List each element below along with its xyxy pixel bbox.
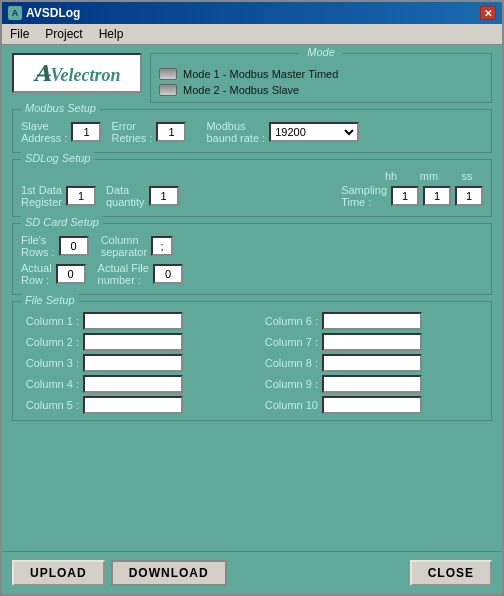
window-title: AVSDLog — [26, 6, 80, 20]
column4-input[interactable] — [83, 375, 183, 393]
files-rows-label: File'sRows : — [21, 234, 55, 258]
baud-rate-select[interactable]: 9600 19200 38400 57600 115200 — [269, 122, 359, 142]
file-setup-label: File Setup — [21, 294, 79, 306]
mode-section-label: Mode — [299, 46, 343, 58]
column8-label: Column 8 : — [260, 357, 318, 369]
baud-rate-label: Modbusbaund rate : — [206, 120, 265, 144]
mode-options: Mode 1 - Modbus Master Timed Mode 2 - Mo… — [159, 68, 338, 96]
mode1-indicator — [159, 68, 177, 80]
column2-label: Column 2 : — [21, 336, 79, 348]
column10-row: Column 10 — [260, 396, 483, 414]
actual-file-number-input[interactable] — [153, 264, 183, 284]
mode1-row: Mode 1 - Modbus Master Timed — [159, 68, 338, 80]
column3-input[interactable] — [83, 354, 183, 372]
column3-row: Column 3 : — [21, 354, 244, 372]
file-columns-grid: Column 1 : Column 6 : Column 2 : Column … — [21, 312, 483, 414]
files-rows-input[interactable] — [59, 236, 89, 256]
sampling-hh-input[interactable] — [391, 186, 419, 206]
modbus-setup-label: Modbus Setup — [21, 102, 100, 114]
sd-card-setup-section: SD Card Setup File'sRows : Columnseparat… — [12, 223, 492, 295]
column5-row: Column 5 : — [21, 396, 244, 414]
column5-input[interactable] — [83, 396, 183, 414]
error-retries-group: ErrorRetries : — [111, 120, 186, 144]
window-icon: A — [8, 6, 22, 20]
modbus-setup-section: Modbus Setup SlaveAddress : ErrorRetries… — [12, 109, 492, 153]
column6-input[interactable] — [322, 312, 422, 330]
bottom-bar: UPLOAD DOWNLOAD CLOSE — [2, 551, 502, 594]
download-button[interactable]: DOWNLOAD — [111, 560, 227, 586]
sampling-time-label: SamplingTime : — [341, 184, 387, 208]
sdlog-setup-label: SDLog Setup — [21, 152, 94, 164]
data-qty-group: Dataquantity — [106, 184, 179, 208]
hh-label: hh — [377, 170, 405, 182]
mode2-label: Mode 2 - Modbus Slave — [183, 84, 299, 96]
column2-input[interactable] — [83, 333, 183, 351]
column7-row: Column 7 : — [260, 333, 483, 351]
column7-label: Column 7 : — [260, 336, 318, 348]
sampling-ss-input[interactable] — [455, 186, 483, 206]
column2-row: Column 2 : — [21, 333, 244, 351]
mode2-row: Mode 2 - Modbus Slave — [159, 84, 338, 96]
slave-address-label: SlaveAddress : — [21, 120, 67, 144]
column-separator-input[interactable] — [151, 236, 173, 256]
data-qty-input[interactable] — [149, 186, 179, 206]
menu-file[interactable]: File — [6, 26, 33, 42]
window-close-button[interactable]: ✕ — [480, 6, 496, 20]
menu-help[interactable]: Help — [95, 26, 128, 42]
slave-address-input[interactable] — [71, 122, 101, 142]
actual-file-number-group: Actual Filenumber : — [98, 262, 183, 286]
menu-bar: File Project Help — [2, 24, 502, 45]
content-area: A̶Velectron Mode Mode 1 - Modbus Master … — [2, 45, 502, 551]
column9-label: Column 9 : — [260, 378, 318, 390]
error-retries-label: ErrorRetries : — [111, 120, 152, 144]
first-data-reg-group: 1st DataRegister — [21, 184, 96, 208]
bottom-left-buttons: UPLOAD DOWNLOAD — [12, 560, 227, 586]
column1-row: Column 1 : — [21, 312, 244, 330]
upload-button[interactable]: UPLOAD — [12, 560, 105, 586]
column7-input[interactable] — [322, 333, 422, 351]
first-data-reg-label: 1st DataRegister — [21, 184, 62, 208]
close-button[interactable]: CLOSE — [410, 560, 492, 586]
actual-row-label: ActualRow : — [21, 262, 52, 286]
column3-label: Column 3 : — [21, 357, 79, 369]
column1-input[interactable] — [83, 312, 183, 330]
data-qty-label: Dataquantity — [106, 184, 145, 208]
sampling-mm-input[interactable] — [423, 186, 451, 206]
slave-address-group: SlaveAddress : — [21, 120, 101, 144]
column6-row: Column 6 : — [260, 312, 483, 330]
baud-rate-group: Modbusbaund rate : 9600 19200 38400 5760… — [206, 120, 359, 144]
actual-row-group: ActualRow : — [21, 262, 86, 286]
menu-project[interactable]: Project — [41, 26, 86, 42]
column9-row: Column 9 : — [260, 375, 483, 393]
mode-section: Mode Mode 1 - Modbus Master Timed Mode 2… — [150, 53, 492, 103]
column8-input[interactable] — [322, 354, 422, 372]
actual-row-input[interactable] — [56, 264, 86, 284]
column4-label: Column 4 : — [21, 378, 79, 390]
sampling-group: hh mm ss SamplingTime : — [341, 170, 483, 208]
mm-label: mm — [415, 170, 443, 182]
error-retries-input[interactable] — [156, 122, 186, 142]
sd-card-setup-label: SD Card Setup — [21, 216, 103, 228]
column8-row: Column 8 : — [260, 354, 483, 372]
column4-row: Column 4 : — [21, 375, 244, 393]
mode2-indicator — [159, 84, 177, 96]
column6-label: Column 6 : — [260, 315, 318, 327]
logo: A̶Velectron — [12, 53, 142, 93]
title-bar: A AVSDLog ✕ — [2, 2, 502, 24]
column5-label: Column 5 : — [21, 399, 79, 411]
column-separator-label: Columnseparator — [101, 234, 147, 258]
actual-file-number-label: Actual Filenumber : — [98, 262, 149, 286]
main-window: A AVSDLog ✕ File Project Help A̶Velectro… — [0, 0, 504, 596]
mode1-label: Mode 1 - Modbus Master Timed — [183, 68, 338, 80]
files-rows-group: File'sRows : — [21, 234, 89, 258]
column-separator-group: Columnseparator — [101, 234, 173, 258]
column10-input[interactable] — [322, 396, 422, 414]
first-data-reg-input[interactable] — [66, 186, 96, 206]
ss-label: ss — [453, 170, 481, 182]
sdlog-setup-section: SDLog Setup 1st DataRegister Dataquantit… — [12, 159, 492, 217]
file-setup-section: File Setup Column 1 : Column 6 : Column … — [12, 301, 492, 421]
column1-label: Column 1 : — [21, 315, 79, 327]
column9-input[interactable] — [322, 375, 422, 393]
column10-label: Column 10 — [260, 399, 318, 411]
